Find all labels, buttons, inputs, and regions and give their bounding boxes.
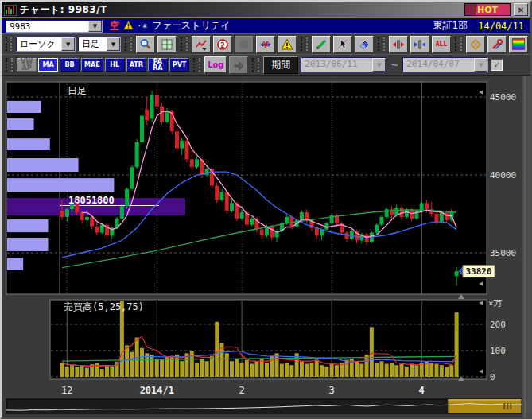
period-to-value: 2014/04/07: [403, 58, 474, 72]
volume-profile-bar: [7, 118, 34, 130]
period-apply-checkbox[interactable]: ✓: [491, 59, 503, 71]
indicator-toolbar: VW APMABBMAEHLATRPA RAPVT Log 期間 2013/06…: [2, 54, 530, 75]
show-all-button[interactable]: ALL: [432, 36, 451, 53]
narrow-bars-button[interactable]: [410, 36, 429, 53]
grid-icon: [238, 38, 250, 51]
tools-icon: [491, 38, 503, 51]
navigator-strip[interactable]: [6, 399, 522, 413]
price-tick-label: 45000: [490, 92, 516, 103]
mesh-icon: [469, 38, 482, 51]
log-scale-button[interactable]: Log: [204, 56, 227, 73]
indicator-button-mae[interactable]: MAE: [81, 58, 103, 72]
grid-button: [235, 36, 254, 53]
chart-area[interactable]: 45000400003500018051800日足338202001000×万売…: [2, 75, 530, 418]
navigator-grip[interactable]: [503, 403, 505, 409]
trendline-button[interactable]: [192, 36, 211, 53]
candlestick-chart-icon: [4, 4, 17, 15]
symbol-combobox[interactable]: 9983 ▼: [6, 20, 103, 33]
toolbar-grip[interactable]: [193, 58, 200, 72]
navigator-grip[interactable]: [510, 403, 511, 409]
widen-bars-button[interactable]: [389, 36, 408, 53]
main-toolbar: ローソク ▼ 日足 ▼ 2¥ALL: [2, 33, 530, 54]
volume-profile-bar: [7, 101, 41, 113]
warning-triangle-icon: [123, 18, 134, 33]
select-button[interactable]: [333, 36, 352, 53]
volume-profile-bar: [7, 178, 114, 192]
pencil-icon: [315, 38, 328, 51]
chart-type-combobox[interactable]: ローソク ▼: [16, 37, 76, 52]
toolbar-grip[interactable]: [181, 37, 188, 51]
hot-button[interactable]: HOT: [464, 3, 511, 16]
color-settings-button[interactable]: [509, 36, 528, 53]
titlebar: チャート: 9983/T HOT ×: [2, 2, 530, 17]
nav-arrow-icon: [229, 56, 248, 74]
period-from-value: 2013/06/11: [301, 58, 372, 72]
eraser-button[interactable]: [355, 36, 374, 53]
indicator-button-pvt[interactable]: PVT: [169, 58, 190, 72]
navigator-grip[interactable]: [507, 403, 508, 409]
toolbar-grip[interactable]: [455, 37, 462, 51]
volume-tick-label: 100: [490, 346, 506, 356]
volume-tick-label: 200: [490, 320, 506, 330]
market-section-label: 東証1部: [433, 19, 468, 33]
svg-text:33820: 33820: [465, 266, 491, 277]
max-volume-price-label: 18051800: [68, 195, 115, 206]
indicator-button-hl[interactable]: HL: [105, 58, 125, 72]
timeframe-dropdown-arrow[interactable]: ▼: [107, 37, 120, 51]
symbol-dropdown-arrow[interactable]: ▼: [88, 21, 102, 32]
price-volume-chart[interactable]: 45000400003500018051800日足338202001000×万売…: [2, 76, 530, 418]
volume-profile-bar: [7, 238, 49, 251]
alert-button[interactable]: [278, 36, 297, 53]
svg-text:2: 2: [220, 41, 224, 48]
yen-arrows-icon: ¥: [259, 38, 272, 51]
period-tilde: ～: [390, 58, 399, 72]
symbol-input[interactable]: 9983: [6, 21, 88, 32]
toolbar-grip[interactable]: [378, 37, 385, 51]
grid-cross-icon: [161, 38, 173, 51]
toolbar-grip[interactable]: [125, 37, 132, 51]
indicator-button-atr[interactable]: ATR: [126, 58, 146, 72]
timeframe-combobox[interactable]: 日足 ▼: [78, 37, 121, 52]
x-axis-label: 3: [329, 385, 335, 396]
x-axis-label: 2014/1: [140, 385, 174, 396]
indicator-button-para[interactable]: PA RA: [148, 58, 168, 72]
indicator-button-bb[interactable]: BB: [60, 58, 80, 72]
toolbar-grip[interactable]: [301, 37, 308, 51]
toolbar-grip[interactable]: [6, 37, 12, 51]
chart-window: チャート: 9983/T HOT × 9983 ▼ 空 ･＊ ファーストリテイ …: [0, 0, 532, 419]
trend-arrow-icon: [195, 38, 208, 51]
period-to-dropdown-arrow: ▼: [474, 58, 487, 72]
indicator-button-vwap: VW AP: [17, 58, 37, 72]
compare-button[interactable]: 2: [213, 36, 232, 53]
indicator-button-ma[interactable]: MA: [38, 58, 58, 72]
close-button[interactable]: ×: [514, 3, 528, 16]
magnifier-icon: [139, 38, 152, 51]
volume-panel-title: 売買高(5,25,75): [64, 301, 144, 312]
timeframe-value: 日足: [79, 37, 107, 51]
toolbar-grip[interactable]: [252, 58, 259, 72]
eraser-icon: [358, 38, 371, 51]
draw-button[interactable]: [312, 36, 331, 53]
pattern-button[interactable]: [466, 36, 485, 53]
zoom-button[interactable]: [136, 36, 155, 53]
chart-type-dropdown-arrow[interactable]: ▼: [61, 37, 75, 51]
rainbow-icon: [512, 38, 525, 50]
period-to-combobox: 2014/04/07 ▼: [402, 57, 488, 72]
period-from-dropdown-arrow: ▼: [372, 58, 386, 72]
toolbar-grip[interactable]: [6, 58, 13, 72]
period-button[interactable]: 期間: [263, 56, 298, 74]
volume-profile-bar: [7, 158, 79, 172]
infobar: 9983 ▼ 空 ･＊ ファーストリテイ 東証1部 14/04/11: [2, 17, 530, 33]
warning-icon: [281, 38, 293, 51]
volume-profile-bar: [7, 258, 23, 270]
circle-2-icon: 2: [216, 38, 229, 51]
volume-profile-bar: [7, 138, 50, 150]
x-axis-label: 4: [419, 385, 425, 396]
short-sell-label[interactable]: 空: [110, 19, 119, 33]
crosshair-button[interactable]: [157, 36, 177, 53]
price-tick-label: 35000: [490, 248, 516, 258]
x-axis-label: 2: [239, 385, 244, 396]
tool-settings-button[interactable]: [487, 36, 507, 53]
price-line-button[interactable]: ¥: [256, 36, 275, 53]
candle-shrink-icon: [414, 38, 426, 51]
